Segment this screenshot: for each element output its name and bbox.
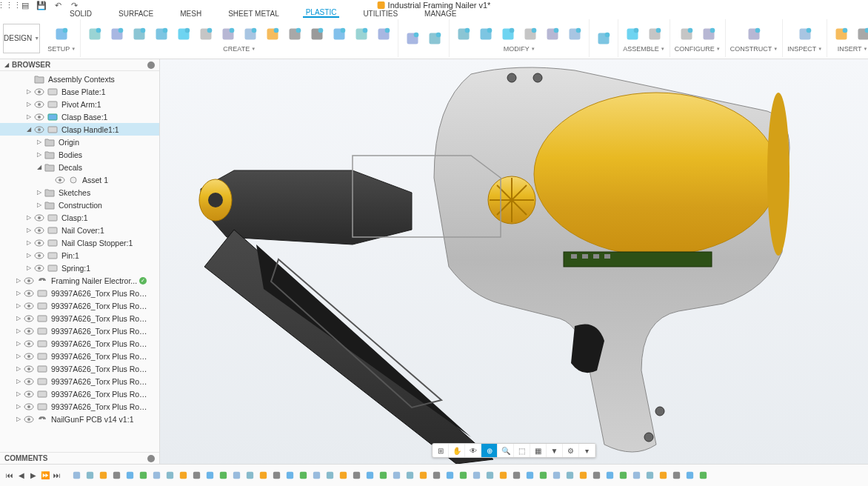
ribbon-group-label[interactable]: ASSEMBLE xyxy=(623,45,664,53)
timeline-feature[interactable] xyxy=(431,470,442,481)
timeline-feature[interactable] xyxy=(284,470,296,481)
ribbon-tool[interactable] xyxy=(52,24,71,44)
tree-node[interactable]: ▷99397A626_Torx Plus Roundec... xyxy=(0,287,159,299)
timeline-feature[interactable] xyxy=(578,470,589,481)
tree-node[interactable]: ▷Pivot Arm:1 xyxy=(0,98,159,110)
tree-node[interactable]: ▷Construction xyxy=(0,199,159,211)
expand-icon[interactable]: ▷ xyxy=(25,265,33,271)
timeline-feature[interactable] xyxy=(551,470,562,481)
tree-node[interactable]: ▷99397A626_Torx Plus Roundec... xyxy=(0,299,159,312)
expand-icon[interactable]: ▷ xyxy=(15,290,22,296)
ribbon-tool[interactable] xyxy=(565,24,584,44)
expand-icon[interactable]: ▷ xyxy=(25,88,33,95)
timeline-feature[interactable] xyxy=(498,470,509,481)
visibility-icon[interactable] xyxy=(24,365,34,373)
tree-node[interactable]: ▷Pin:1 xyxy=(0,249,159,262)
tab-solid[interactable]: SOLID xyxy=(67,10,95,18)
ribbon-tool[interactable] xyxy=(130,24,149,44)
expand-icon[interactable]: ▷ xyxy=(25,101,33,107)
ribbon-tool[interactable] xyxy=(854,24,868,44)
timeline-feature[interactable] xyxy=(298,470,309,481)
ribbon-tool[interactable] xyxy=(307,24,327,44)
ribbon-tool[interactable] xyxy=(543,24,562,44)
ribbon-tool[interactable] xyxy=(285,24,304,44)
ribbon-tool[interactable] xyxy=(107,24,127,44)
ribbon-tool[interactable] xyxy=(403,29,422,48)
timeline-feature[interactable] xyxy=(511,470,522,481)
timeline-feature[interactable] xyxy=(658,470,669,481)
ribbon-tool[interactable] xyxy=(330,24,349,44)
expand-icon[interactable]: ◢ xyxy=(25,126,33,133)
visibility-icon[interactable] xyxy=(24,378,34,385)
expand-icon[interactable]: ▷ xyxy=(25,252,33,259)
ribbon-tool[interactable] xyxy=(699,24,718,44)
visibility-icon[interactable] xyxy=(34,239,44,247)
visibility-icon[interactable] xyxy=(24,353,34,360)
timeline-feature[interactable] xyxy=(444,470,455,481)
gear-icon[interactable] xyxy=(147,61,155,69)
timeline-feature[interactable] xyxy=(684,470,695,481)
timeline-feature[interactable] xyxy=(378,470,389,481)
expand-icon[interactable]: ▷ xyxy=(15,327,22,334)
timeline-feature[interactable] xyxy=(564,470,575,481)
timeline-feature[interactable] xyxy=(231,470,242,481)
visibility-icon[interactable] xyxy=(24,277,34,285)
tree-node[interactable]: ▷99397A626_Torx Plus Roundec... xyxy=(0,362,159,375)
tree-node[interactable]: ▷Bodies xyxy=(0,148,159,161)
ribbon-group-label[interactable]: CONFIGURE xyxy=(675,45,721,53)
tree-node[interactable]: ▷Framing Nailer Electror...✓ xyxy=(0,274,159,287)
comments-header[interactable]: COMMENTS xyxy=(0,452,159,464)
tab-surface[interactable]: SURFACE xyxy=(116,10,156,18)
visibility-icon[interactable] xyxy=(24,315,34,322)
visibility-icon[interactable] xyxy=(24,302,34,310)
timeline-feature[interactable] xyxy=(631,470,642,481)
timeline-feature[interactable] xyxy=(484,470,495,481)
ribbon-tool[interactable] xyxy=(645,24,664,44)
view-tool[interactable]: ⊞ xyxy=(433,444,449,457)
visibility-icon[interactable] xyxy=(34,101,44,108)
timeline-transport-button[interactable]: ⏩ xyxy=(40,470,50,481)
file-icon[interactable]: ▤ xyxy=(21,1,30,10)
ribbon-tool[interactable] xyxy=(623,24,642,44)
timeline-feature[interactable] xyxy=(311,470,322,481)
tab-manage[interactable]: MANAGE xyxy=(421,10,459,18)
expand-icon[interactable]: ▷ xyxy=(36,202,43,208)
visibility-icon[interactable] xyxy=(34,265,44,272)
tab-mesh[interactable]: MESH xyxy=(177,10,204,18)
timeline-feature[interactable] xyxy=(151,470,162,481)
timeline-feature[interactable] xyxy=(218,470,229,481)
ribbon-tool[interactable] xyxy=(677,24,696,44)
tree-node[interactable]: ▷99397A626_Torx Plus Roundec... xyxy=(0,400,159,413)
timeline-feature[interactable] xyxy=(178,470,189,481)
timeline-feature[interactable] xyxy=(538,470,549,481)
tree-node[interactable]: ▷Clasp Base:1 xyxy=(0,110,159,123)
expand-icon[interactable]: ▷ xyxy=(15,403,22,410)
tree-node[interactable]: ▷99397A626_Torx Plus Roundec... xyxy=(0,337,159,350)
visibility-icon[interactable] xyxy=(24,340,34,347)
tree-node[interactable]: ◢Clasp Handle1:1 xyxy=(0,123,159,136)
expand-icon[interactable]: ▷ xyxy=(15,315,22,322)
expand-icon[interactable]: ▷ xyxy=(15,277,22,284)
tree-node[interactable]: ▷NailGunF PCB v14 v1:1 xyxy=(0,413,159,425)
visibility-icon[interactable] xyxy=(34,252,44,259)
design-dropdown[interactable]: DESIGN xyxy=(3,24,40,53)
timeline-feature[interactable] xyxy=(71,470,82,481)
ribbon-tool[interactable] xyxy=(832,24,851,44)
timeline-feature[interactable] xyxy=(618,470,629,481)
tab-sheet-metal[interactable]: SHEET METAL xyxy=(225,10,282,18)
ribbon-tool[interactable] xyxy=(218,24,238,44)
ribbon-tool[interactable] xyxy=(374,24,393,44)
tab-plastic[interactable]: PLASTIC xyxy=(303,8,340,18)
view-tool[interactable]: ⚙ xyxy=(563,444,579,457)
expand-icon[interactable]: ▷ xyxy=(15,353,22,359)
tree-node[interactable]: ▷99397A626_Torx Plus Roundec... xyxy=(0,387,159,400)
gear-icon[interactable] xyxy=(147,455,155,462)
expand-icon[interactable]: ◢ xyxy=(36,164,43,170)
view-tool[interactable]: 🔍 xyxy=(498,444,514,457)
ribbon-tool[interactable] xyxy=(795,24,815,44)
ribbon-tool[interactable] xyxy=(85,24,104,44)
expand-icon[interactable]: ▷ xyxy=(36,189,43,196)
timeline-feature[interactable] xyxy=(84,470,96,481)
ribbon-tool[interactable] xyxy=(521,24,540,44)
ribbon-group-label[interactable]: INSERT xyxy=(838,45,868,53)
